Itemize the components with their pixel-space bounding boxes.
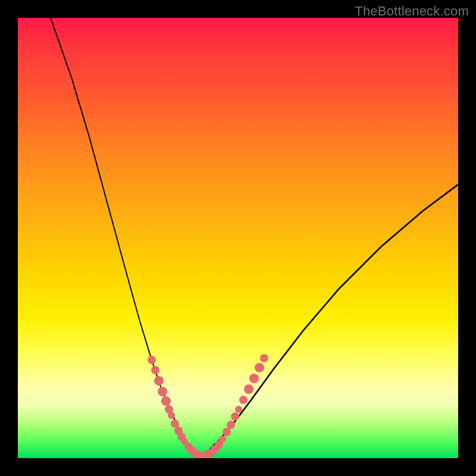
highlight-dot — [231, 412, 239, 421]
highlight-dot — [171, 419, 179, 428]
outer-frame: TheBottleneck.com — [0, 0, 476, 476]
highlight-dot — [151, 366, 159, 374]
highlight-dot — [239, 396, 248, 404]
gradient-plot-area — [18, 18, 458, 458]
highlight-dot — [235, 406, 242, 413]
highlight-dot — [249, 374, 259, 383]
highlight-dot — [168, 412, 175, 419]
highlight-dot — [255, 363, 264, 372]
highlight-dot — [223, 428, 231, 436]
highlight-dot — [154, 376, 164, 386]
highlight-dot — [148, 356, 156, 364]
highlight-dot — [158, 387, 167, 396]
highlight-dot — [244, 384, 253, 394]
highlight-dot — [260, 354, 268, 362]
chart-svg — [18, 18, 458, 458]
curve-right-branch — [201, 184, 458, 456]
highlight-dot — [219, 436, 226, 443]
highlight-dot — [161, 396, 171, 406]
highlight-dots-group — [148, 354, 268, 458]
watermark-text: TheBottleneck.com — [355, 4, 469, 19]
highlight-dot — [227, 421, 235, 429]
curve-left-branch — [51, 18, 201, 456]
